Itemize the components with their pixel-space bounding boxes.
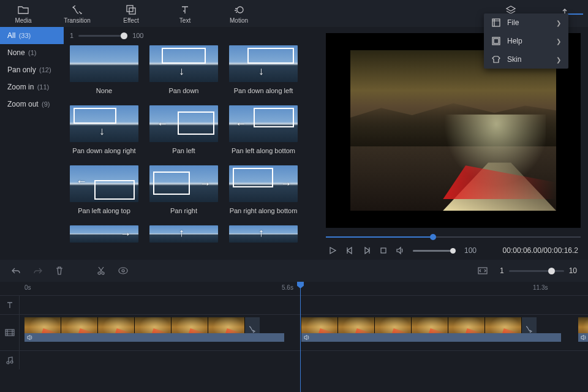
tool-label: Motion xyxy=(230,17,248,24)
timeline-ruler[interactable]: 0s 5.6s 11.3s xyxy=(0,282,588,295)
thumb-size-max: 100 xyxy=(132,32,143,39)
text-track-icon[interactable] xyxy=(0,296,20,314)
volume-value: 100 xyxy=(464,246,477,255)
edit-toolbar: 1 10 xyxy=(0,260,588,282)
play-button[interactable] xyxy=(328,246,337,255)
context-menu: File ❯ Help ❯ Skin ❯ xyxy=(484,13,568,69)
audio-strip xyxy=(301,333,561,342)
svg-rect-5 xyxy=(494,39,499,43)
music-track-icon[interactable] xyxy=(0,351,20,369)
tool-motion[interactable]: Motion xyxy=(221,4,257,24)
video-clip[interactable] xyxy=(24,317,284,342)
help-icon xyxy=(491,37,501,45)
svg-rect-3 xyxy=(492,19,500,26)
gallery-item[interactable]: →Pan right along bottom xyxy=(229,165,298,214)
effect-icon xyxy=(126,4,136,16)
gallery-item[interactable]: ↓Pan down along left xyxy=(229,45,298,94)
effects-gallery: 1 100 None↓Pan down↓Pan down along left↓… xyxy=(64,27,318,260)
zoom-slider[interactable] xyxy=(509,270,564,272)
preview-controls: 100 00:00:06.00/00:00:16.2 xyxy=(318,243,588,260)
undo-button[interactable] xyxy=(11,266,21,275)
folder-icon xyxy=(18,4,29,16)
timeline: 0s 5.6s 11.3s xyxy=(0,282,588,369)
frame-back-button[interactable] xyxy=(345,246,354,255)
ruler-tick: 11.3s xyxy=(533,284,548,291)
zoom-min: 1 xyxy=(500,266,504,275)
video-clip[interactable] xyxy=(578,317,588,342)
category-sidebar: All (33) None (1) Pan only (12) Zoom in … xyxy=(0,27,64,260)
transition-icon xyxy=(72,4,83,16)
video-lane[interactable] xyxy=(20,315,588,350)
sidebar-item-none[interactable]: None (1) xyxy=(0,44,64,61)
gallery-item-label: Pan right xyxy=(149,207,218,214)
gallery-item[interactable]: → xyxy=(70,225,138,243)
volume-icon[interactable] xyxy=(396,246,404,255)
gallery-item[interactable]: ←Pan left xyxy=(149,105,218,154)
gallery-item[interactable]: None xyxy=(70,45,138,94)
menu-label: File xyxy=(507,18,550,27)
preview-timecode: 00:00:06.00/00:00:16.2 xyxy=(503,246,578,255)
fit-button[interactable] xyxy=(478,267,488,274)
gallery-item[interactable]: ↑ xyxy=(229,225,298,243)
motion-icon xyxy=(233,4,244,16)
tool-text[interactable]: Text xyxy=(167,4,203,24)
tool-label: Transition xyxy=(64,17,91,24)
gallery-item-label: Pan down along left xyxy=(229,87,298,94)
sidebar-item-all[interactable]: All (33) xyxy=(0,27,64,44)
sidebar-item-zoomin[interactable]: Zoom in (11) xyxy=(0,78,64,96)
gallery-item[interactable]: ←Pan left along top xyxy=(70,165,138,214)
text-track xyxy=(0,295,588,314)
crop-button[interactable] xyxy=(118,266,129,275)
audio-strip xyxy=(578,333,588,342)
delete-button[interactable] xyxy=(55,266,64,275)
menu-label: Skin xyxy=(507,55,550,64)
skin-icon xyxy=(491,55,501,64)
stop-button[interactable] xyxy=(380,247,387,254)
svg-point-9 xyxy=(122,270,124,272)
tool-label: Media xyxy=(15,17,31,24)
menu-item-file[interactable]: File ❯ xyxy=(484,13,568,32)
tool-effect[interactable]: Effect xyxy=(113,4,149,24)
tool-label: Text xyxy=(179,17,190,24)
gallery-item[interactable]: ←Pan left along bottom xyxy=(229,105,298,154)
volume-slider[interactable] xyxy=(413,250,456,252)
gallery-item[interactable]: ↓Pan down along right xyxy=(70,105,138,154)
ruler-tick: 0s xyxy=(24,284,31,291)
sidebar-item-panonly[interactable]: Pan only (12) xyxy=(0,61,64,78)
svg-rect-6 xyxy=(381,248,386,253)
gallery-item-label: Pan left xyxy=(149,147,218,154)
cut-button[interactable] xyxy=(97,266,105,275)
file-icon xyxy=(491,18,501,27)
video-track-icon[interactable] xyxy=(0,315,20,350)
thumb-size-slider[interactable] xyxy=(78,35,127,37)
preview-scrubber[interactable] xyxy=(326,232,581,243)
redo-button[interactable] xyxy=(33,266,43,275)
gallery-item-label: Pan right along bottom xyxy=(229,207,298,214)
sidebar-item-zoomout[interactable]: Zoom out (9) xyxy=(0,96,64,113)
gallery-item-label: Pan down xyxy=(149,87,218,94)
tool-label: Effect xyxy=(123,17,138,24)
menu-item-skin[interactable]: Skin ❯ xyxy=(484,50,568,69)
chevron-right-icon: ❯ xyxy=(556,20,561,26)
svg-rect-11 xyxy=(6,330,14,336)
video-clip[interactable] xyxy=(301,317,561,342)
gallery-item-label: Pan down along right xyxy=(70,147,138,154)
preview-image xyxy=(350,50,556,211)
gallery-item[interactable]: ↓Pan down xyxy=(149,45,218,94)
ruler-tick: 5.6s xyxy=(282,284,293,291)
audio-strip xyxy=(24,333,284,342)
tool-transition[interactable]: Transition xyxy=(59,4,96,24)
tool-media[interactable]: Media xyxy=(5,4,42,24)
gallery-item[interactable]: ↑ xyxy=(149,225,218,243)
frame-forward-button[interactable] xyxy=(363,246,371,255)
playhead[interactable] xyxy=(300,282,301,392)
svg-rect-0 xyxy=(127,6,133,12)
gallery-item-label: Pan left along bottom xyxy=(229,147,298,154)
gallery-item[interactable]: →Pan right xyxy=(149,165,218,214)
zoom-max: 10 xyxy=(569,266,577,275)
top-toolbar: Media Transition Effect Text Motion Temp… xyxy=(0,0,588,27)
menu-item-help[interactable]: Help ❯ xyxy=(484,32,568,50)
music-track xyxy=(0,350,588,369)
menu-label: Help xyxy=(507,37,550,45)
video-track xyxy=(0,314,588,350)
